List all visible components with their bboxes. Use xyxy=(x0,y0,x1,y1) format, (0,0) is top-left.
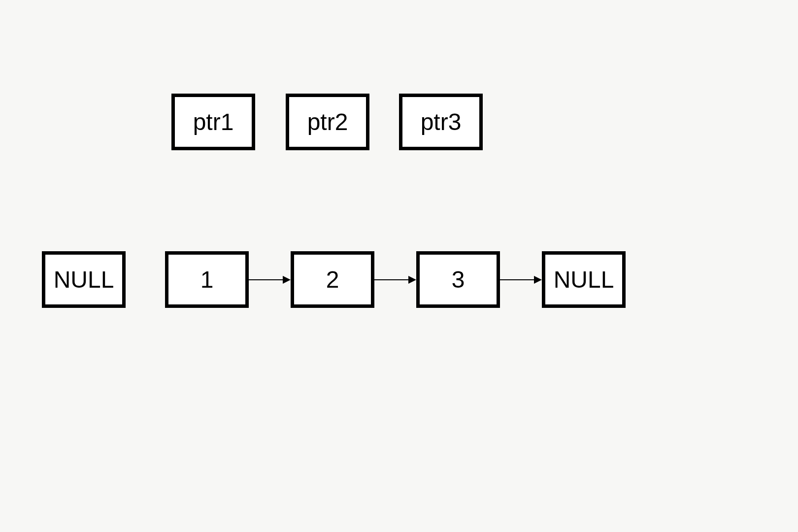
pointer-box-ptr3: ptr3 xyxy=(399,94,483,150)
node-box-2: 2 xyxy=(291,251,374,308)
pointer-label: ptr1 xyxy=(193,108,234,135)
node-label: 2 xyxy=(326,266,339,293)
pointer-label: ptr3 xyxy=(421,108,462,135)
pointer-box-ptr1: ptr1 xyxy=(171,94,255,150)
arrow-1-to-2 xyxy=(249,279,290,280)
node-box-null-left: NULL xyxy=(42,251,126,308)
arrow-2-to-3 xyxy=(374,279,415,280)
node-label: 1 xyxy=(200,266,214,293)
node-label: 3 xyxy=(452,266,465,293)
arrow-3-to-null xyxy=(500,279,541,280)
node-box-1: 1 xyxy=(165,251,249,308)
pointer-box-ptr2: ptr2 xyxy=(286,94,369,150)
node-box-null-right: NULL xyxy=(542,251,626,308)
node-label: NULL xyxy=(554,266,614,293)
node-label: NULL xyxy=(54,266,114,293)
node-box-3: 3 xyxy=(416,251,500,308)
pointer-label: ptr2 xyxy=(307,108,348,135)
diagram-canvas: ptr1 ptr2 ptr3 NULL 1 2 3 NULL xyxy=(0,0,798,532)
